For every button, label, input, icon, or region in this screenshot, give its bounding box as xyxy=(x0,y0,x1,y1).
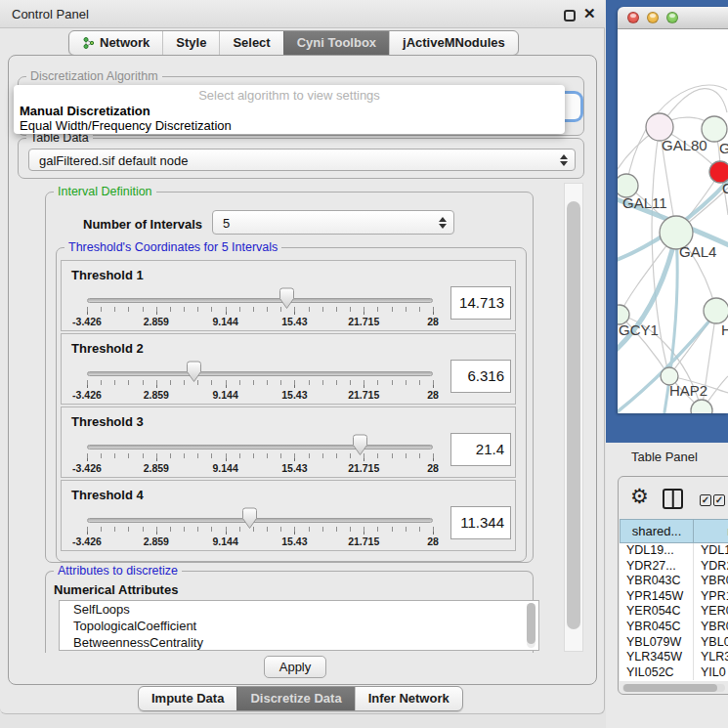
attribute-item-betweennesscentrality[interactable]: BetweennessCentrality xyxy=(60,634,538,651)
attribute-item-selfloops[interactable]: SelfLoops xyxy=(60,601,538,618)
slider-thumb[interactable] xyxy=(241,507,258,534)
table-cell: YDL19... xyxy=(620,543,694,559)
slider-tick-label: -3.426 xyxy=(72,316,102,327)
tab-network[interactable]: Network xyxy=(69,31,162,55)
node-label: GAL80 xyxy=(662,137,707,153)
table-cell: YER054C xyxy=(620,604,694,620)
slider-minor-ticks xyxy=(87,453,434,458)
interval-definition-title: Interval Definition xyxy=(54,185,156,198)
threshold-label: Threshold 1 xyxy=(71,268,144,282)
tab-label: Discretize Data xyxy=(250,691,341,706)
table-rows: YDL19...YDL1YDR27...YDR2YBR043CYBR0YPR14… xyxy=(620,543,728,681)
algorithm-prompt-item[interactable]: Select algorithm to view settings xyxy=(14,88,565,103)
table-row[interactable]: YPR145WYPR1 xyxy=(620,589,728,605)
float-window-icon[interactable] xyxy=(564,10,576,21)
checked-checkbox-icon[interactable]: ✓ xyxy=(713,494,725,506)
table-row[interactable]: YDR27...YDR2 xyxy=(620,559,728,575)
tab-label: Impute Data xyxy=(151,691,224,706)
threshold-slider-track[interactable] xyxy=(87,518,433,523)
attributes-scrollbar[interactable] xyxy=(527,603,535,648)
tab-discretize-data[interactable]: Discretize Data xyxy=(236,687,354,710)
table-scrollbar-thumb[interactable] xyxy=(623,684,717,692)
table-cell: YDR27... xyxy=(620,559,694,575)
table-cell: YLR3 xyxy=(694,650,728,665)
table-cell: YBR043C xyxy=(620,574,694,589)
column-header-shared-name[interactable]: shared... xyxy=(620,519,694,543)
table-row[interactable]: YBR045CYBR0 xyxy=(620,620,728,635)
threshold-value-field[interactable]: 11.344 xyxy=(450,506,511,539)
slider-tick-label: 15.43 xyxy=(281,535,307,547)
discretization-algorithm-title: Discretization Algorithm xyxy=(26,69,162,83)
tab-style[interactable]: Style xyxy=(162,31,219,55)
node-label: C xyxy=(722,180,728,196)
network-canvas[interactable]: GAL80GACGAL11GAL4GCY1HIHAP2 xyxy=(618,29,728,413)
tab-impute-data[interactable]: Impute Data xyxy=(139,687,236,710)
column-header-name[interactable]: na xyxy=(694,519,728,543)
table-data-combo[interactable]: galFiltered.sif default node xyxy=(28,149,576,171)
slider-thumb[interactable] xyxy=(352,434,368,460)
close-traffic-light[interactable] xyxy=(627,12,639,23)
algorithm-item-manual-discretization[interactable]: Manual Discretization xyxy=(20,104,150,118)
tab-label: Infer Network xyxy=(368,691,450,706)
table-row[interactable]: YDL19...YDL1 xyxy=(620,543,728,559)
slider-tick-label: 15.43 xyxy=(281,316,307,327)
threshold-slider-track[interactable] xyxy=(87,445,433,450)
slider-tick-label: 2.859 xyxy=(144,389,169,401)
table-panel-title: Table Panel xyxy=(631,450,698,464)
table-data-group: Table Data galFiltered.sif default node xyxy=(18,138,584,179)
combo-spinner-icon xyxy=(560,154,568,166)
slider-tick-label: 15.43 xyxy=(281,389,307,401)
attribute-item-topologicalcoefficient[interactable]: TopologicalCoefficient xyxy=(60,618,538,634)
table-row[interactable]: YER054CYER0 xyxy=(620,604,728,620)
threshold-value-field[interactable]: 14.713 xyxy=(450,286,511,320)
threshold-slider-track[interactable] xyxy=(87,298,433,303)
tab-select[interactable]: Select xyxy=(219,31,282,55)
table-row[interactable]: YIL052CYIL0 xyxy=(620,665,728,681)
slider-tick-label: 2.859 xyxy=(144,462,169,474)
node-label: GCY1 xyxy=(619,321,659,338)
algorithm-item-equal-width-frequency-discretization[interactable]: Equal Width/Frequency Discretization xyxy=(20,118,232,133)
tab-label: Cyni Toolbox xyxy=(297,35,376,50)
slider-minor-ticks xyxy=(87,527,434,532)
window-title: Control Panel xyxy=(12,7,89,21)
combo-spinner-icon xyxy=(439,217,447,229)
network-node-hi[interactable] xyxy=(704,298,728,323)
table-data-combo-value: galFiltered.sif default node xyxy=(39,152,188,167)
tab-cyni-toolbox[interactable]: Cyni Toolbox xyxy=(283,31,389,55)
slider-tick-label: 15.43 xyxy=(281,462,307,474)
slider-minor-ticks xyxy=(87,307,434,312)
apply-button[interactable]: Apply xyxy=(264,656,326,678)
table-horizontal-scrollbar[interactable] xyxy=(622,684,725,692)
split-column-icon[interactable] xyxy=(663,489,683,509)
table-row[interactable]: YLR345WYLR3 xyxy=(620,650,728,665)
tab-infer-network[interactable]: Infer Network xyxy=(355,687,462,710)
zoom-traffic-light[interactable] xyxy=(666,12,678,23)
threshold-value-field[interactable]: 21.4 xyxy=(450,433,511,466)
numerical-attributes-list[interactable]: SelfLoopsTopologicalCoefficientBetweenne… xyxy=(59,600,539,651)
network-nodes xyxy=(618,113,728,413)
slider-thumb[interactable] xyxy=(278,287,295,314)
slider-thumb[interactable] xyxy=(186,361,202,387)
attributes-scrollbar-thumb[interactable] xyxy=(527,603,535,644)
threshold-slider-track[interactable] xyxy=(87,371,433,376)
control-panel-window: Control Panel ✕ NetworkStyleSelectCyni T… xyxy=(0,0,605,714)
table-cell: YBL0 xyxy=(694,635,728,651)
threshold-value-field[interactable]: 6.316 xyxy=(450,360,511,393)
slider-tick-label: 9.144 xyxy=(212,316,237,327)
gear-icon[interactable]: ⚙ xyxy=(630,485,649,508)
table-row[interactable]: YBR043CYBR0 xyxy=(620,574,728,589)
slider-tick-label: 2.859 xyxy=(144,535,169,547)
slider-tick-label: 28 xyxy=(427,462,439,474)
tab-label: jActiveMNodules xyxy=(403,35,505,50)
numerical-attributes-label: Numerical Attributes xyxy=(54,582,178,597)
number-of-intervals-combo[interactable]: 5 xyxy=(212,210,454,235)
slider-tick-label: 9.144 xyxy=(212,462,237,474)
table-row[interactable]: YBL079WYBL0 xyxy=(620,635,728,651)
checked-checkbox-icon[interactable]: ✓ xyxy=(700,494,711,506)
settings-scrollbar-thumb[interactable] xyxy=(567,201,580,629)
minimize-traffic-light[interactable] xyxy=(647,12,659,23)
settings-vertical-scrollbar[interactable] xyxy=(564,183,583,652)
tab-jactivemnodules[interactable]: jActiveMNodules xyxy=(389,31,518,55)
close-icon[interactable]: ✕ xyxy=(583,5,596,22)
table-cell: YDL1 xyxy=(694,543,728,559)
